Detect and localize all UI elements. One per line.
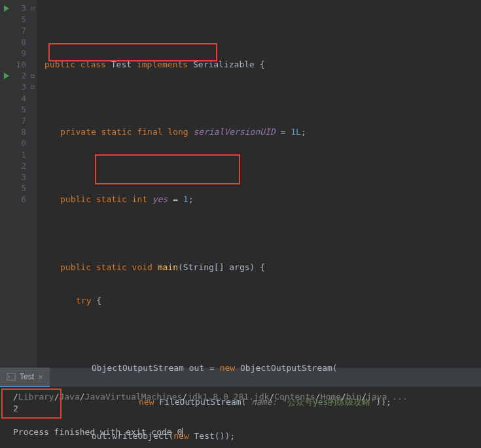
gutter (0, 0, 13, 368)
code-editor[interactable]: 3 5 7 8 9 10 2 3 4 5 7 8 0 1 2 3 5 6 ⊟ ⊟… (0, 0, 481, 368)
code-area[interactable]: public class Test implements Serializabl… (37, 0, 481, 368)
run-line-icon[interactable] (0, 3, 13, 14)
stdout-line: 2 (13, 403, 476, 415)
line-number-gutter: 3 5 7 8 9 10 2 3 4 5 7 8 0 1 2 3 5 6 (13, 0, 29, 368)
run-line-icon[interactable] (0, 70, 13, 81)
console-tab[interactable]: Test × (0, 368, 50, 387)
command-line: /Library/Java/JavaVirtualMachines/jdk1.8… (13, 391, 476, 403)
fold-icon[interactable]: ⊟ (29, 81, 37, 92)
cursor-icon (182, 428, 183, 437)
close-icon[interactable]: × (38, 372, 43, 382)
console-tab-label: Test (20, 372, 34, 381)
svg-rect-0 (7, 373, 15, 381)
code-text: public class (45, 60, 111, 69)
fold-gutter: ⊟ ⊟ ⊟ (29, 0, 37, 368)
exit-code-line: Process finished with exit code 0 (13, 426, 476, 438)
console-output[interactable]: /Library/Java/JavaVirtualMachines/jdk1.8… (0, 387, 481, 448)
console-icon (7, 372, 16, 381)
fold-icon[interactable]: ⊟ (29, 70, 37, 81)
fold-icon[interactable]: ⊟ (29, 3, 37, 14)
